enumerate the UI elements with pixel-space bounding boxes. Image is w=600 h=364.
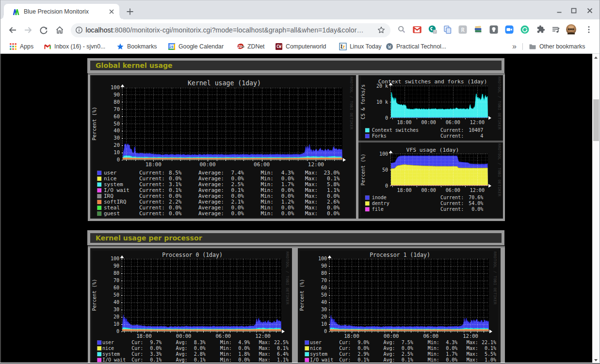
bookmarks-bar: Apps Inbox (16) - sjvn0... Bookmarks <box>0 40 600 53</box>
new-tab-button[interactable] <box>125 7 135 16</box>
legend-swatch <box>97 358 102 363</box>
url-path: :8080/monitorix-cgi/monitorix.cgi?mode=l… <box>113 26 364 34</box>
monitorix-page: Global kernel usage Kernel usage per pro… <box>0 54 600 364</box>
y-tick-label: 80 <box>114 270 119 276</box>
page-scrollbar[interactable] <box>592 54 600 364</box>
home-button[interactable] <box>55 25 65 35</box>
rrdtool-watermark: RRDTOOL / TOBI OETIKER <box>285 252 290 304</box>
extensions-puzzle-icon[interactable] <box>535 25 545 34</box>
legend-stat-value: 70.6% <box>469 195 483 200</box>
legend-stat-value: 0.0% <box>194 346 206 351</box>
legend-stat-name: Max: <box>259 357 271 363</box>
section-title-global-kernel: Global kernel usage <box>87 58 504 73</box>
bookmark-bookmarks[interactable]: Bookmarks <box>116 40 157 53</box>
svg-text:R: R <box>461 27 465 33</box>
y-tick-label: 100 <box>111 84 120 90</box>
bookmark-computerworld[interactable]: CW Computerworld <box>275 40 326 53</box>
scroll-up-button[interactable] <box>592 54 600 62</box>
legend-stat-value: 8.3% <box>194 340 206 345</box>
legend-stat-name: Max: <box>259 340 271 345</box>
bookmark-zdnet[interactable]: ZD Net ZDNet <box>237 40 265 53</box>
x-tick-label: 12:00 <box>470 120 485 125</box>
svg-text:t: t <box>342 44 345 49</box>
legend-swatch <box>305 341 309 345</box>
copy-extension-icon[interactable] <box>443 25 453 34</box>
x-tick-label: 00:00 <box>176 333 192 339</box>
y-tick-label: 40 <box>114 127 120 133</box>
linuxtoday-icon: l t <box>339 43 347 50</box>
y-tick-label: 70 <box>114 278 119 283</box>
legend-stat-name: Avg: <box>384 346 395 351</box>
scrollbar-thumb[interactable] <box>593 99 599 141</box>
voice-extension-icon[interactable]: ? <box>428 25 438 34</box>
window-minimize-button[interactable] <box>556 7 563 14</box>
legend-stat-value: 0.0% <box>357 346 369 351</box>
books-extension-icon[interactable] <box>473 25 483 34</box>
bookmark-star-icon[interactable] <box>377 26 386 34</box>
keep-extension-icon[interactable] <box>489 25 499 34</box>
legend-stat-value: 2.5% <box>402 351 413 357</box>
zoom-extension-icon[interactable] <box>504 25 514 34</box>
table-border-shade <box>88 246 505 247</box>
window-maximize-button[interactable] <box>570 7 577 14</box>
address-bar[interactable]: localhost:8080/monitorix-cgi/monitorix.c… <box>71 23 391 37</box>
browser-menu-icon[interactable] <box>584 25 594 34</box>
graph-proc1: 010203040506070809010018:0000:0006:0012:… <box>300 251 498 364</box>
y-tick-label: 20 <box>114 314 119 319</box>
bookmark-practical-technology[interactable]: W Practical Technol... <box>386 40 446 53</box>
grammarly-extension-icon[interactable] <box>520 25 530 34</box>
legend-stat-name: Cur: <box>131 340 143 345</box>
legend-stat-value: 2.9% <box>357 351 369 357</box>
legend-swatch <box>97 194 102 199</box>
bookmark-google-calendar[interactable]: 28 Google Calendar <box>168 40 224 53</box>
r-extension-icon[interactable]: R <box>458 25 468 34</box>
x-tick-label: 00:00 <box>199 161 215 168</box>
chart-ylabel: Percent (%) <box>92 279 97 311</box>
y-tick-label: 0 <box>385 115 388 121</box>
legend-stat-value: 0.0% <box>150 346 162 351</box>
avatar[interactable] <box>566 24 576 34</box>
computerworld-icon: CW <box>275 43 283 50</box>
y-tick-label: 90 <box>114 263 119 269</box>
search-extension-icon[interactable] <box>397 25 406 34</box>
x-tick-label: 06:00 <box>423 333 439 339</box>
legend-stat-value: 9.7% <box>150 340 162 345</box>
bookmark-inbox[interactable]: Inbox (16) - sjvn0... <box>44 40 105 53</box>
y-tick-label: 60 <box>114 113 120 119</box>
y-tick-label: 100 <box>379 151 388 157</box>
bookmark-linux-today[interactable]: l t Linux Today <box>339 40 381 53</box>
y-tick-label: 80 <box>114 99 120 105</box>
legend-stat-name: Average: <box>198 210 224 217</box>
forward-button[interactable] <box>23 25 33 35</box>
tab-close-icon[interactable] <box>108 8 115 16</box>
legend-swatch <box>97 189 102 193</box>
url-text[interactable]: localhost:8080/monitorix-cgi/monitorix.c… <box>86 26 364 34</box>
page-info-icon[interactable] <box>75 26 83 34</box>
table-border-shade <box>88 73 505 75</box>
legend-label: user <box>102 340 114 345</box>
legend-stat-name: Max: <box>467 346 478 351</box>
other-bookmarks[interactable]: Other bookmarks <box>529 40 585 53</box>
rrdtool-watermark: RRDTOOL / TOBI OETIKER <box>497 143 502 196</box>
x-tick-label: 12:00 <box>470 188 485 193</box>
y-tick-label: 0 <box>116 329 119 334</box>
legend-label: I/O wait <box>102 357 126 363</box>
x-tick-label: 12:00 <box>255 333 271 339</box>
bookmark-label: Linux Today <box>350 43 381 50</box>
back-button[interactable] <box>8 25 17 35</box>
browser-tab[interactable]: Blue Precision Monitorix <box>4 4 119 19</box>
bookmark-apps[interactable]: Apps <box>9 40 33 53</box>
reload-button[interactable] <box>39 25 49 35</box>
media-queue-icon[interactable] <box>551 25 561 34</box>
legend-label: nice <box>102 346 114 351</box>
bookmarks-overflow-chevron[interactable]: » <box>512 40 517 53</box>
legend-stat-name: Avg: <box>176 351 188 357</box>
gmail-extension-icon[interactable] <box>412 25 422 34</box>
legend-stat-name: Avg: <box>384 351 395 357</box>
legend-stat-name: Current: <box>440 195 464 200</box>
legend-swatch <box>97 171 102 175</box>
window-close-button[interactable] <box>586 7 593 14</box>
zdnet-icon: ZD Net <box>237 43 244 50</box>
legend-label: user <box>310 340 322 345</box>
y-tick-label: 50 <box>321 292 327 298</box>
